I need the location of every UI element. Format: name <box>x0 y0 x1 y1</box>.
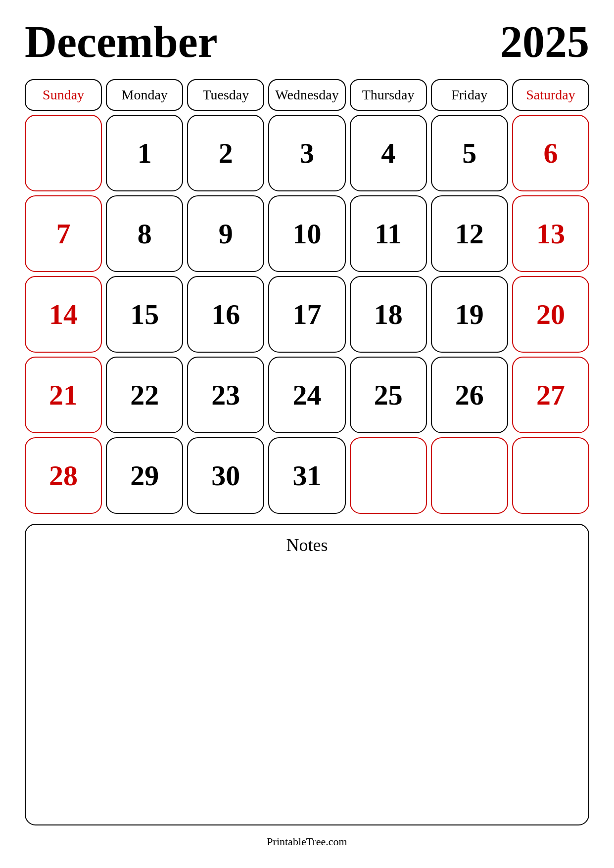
day-cell-24[interactable]: 24 <box>268 357 345 433</box>
day-cell-25[interactable]: 25 <box>350 357 427 433</box>
day-cell-26[interactable]: 26 <box>431 357 508 433</box>
day-cell-2[interactable]: 2 <box>187 115 264 191</box>
day-cell-14[interactable]: 14 <box>25 276 102 353</box>
year-title: 2025 <box>500 20 589 64</box>
calendar-grid: SundayMondayTuesdayWednesdayThursdayFrid… <box>25 79 589 514</box>
calendar-header: December 2025 <box>25 20 589 64</box>
day-cell-3[interactable]: 3 <box>268 115 345 191</box>
day-cell-6[interactable]: 6 <box>512 115 589 191</box>
day-cell-28[interactable]: 28 <box>25 437 102 514</box>
day-cell-7[interactable]: 7 <box>25 195 102 272</box>
day-cell-empty[interactable] <box>25 115 102 191</box>
day-cell-1[interactable]: 1 <box>106 115 183 191</box>
day-header-wednesday: Wednesday <box>268 79 345 111</box>
day-header-friday: Friday <box>431 79 508 111</box>
day-header-thursday: Thursday <box>350 79 427 111</box>
day-cell-23[interactable]: 23 <box>187 357 264 433</box>
day-cell-27[interactable]: 27 <box>512 357 589 433</box>
day-cell-9[interactable]: 9 <box>187 195 264 272</box>
day-cell-8[interactable]: 8 <box>106 195 183 272</box>
day-header-sunday: Sunday <box>25 79 102 111</box>
day-cell-16[interactable]: 16 <box>187 276 264 353</box>
day-cell-empty[interactable] <box>512 437 589 514</box>
day-cell-20[interactable]: 20 <box>512 276 589 353</box>
day-header-saturday: Saturday <box>512 79 589 111</box>
day-cell-empty[interactable] <box>431 437 508 514</box>
day-cell-12[interactable]: 12 <box>431 195 508 272</box>
day-cell-10[interactable]: 10 <box>268 195 345 272</box>
day-cell-15[interactable]: 15 <box>106 276 183 353</box>
day-cell-19[interactable]: 19 <box>431 276 508 353</box>
day-cell-5[interactable]: 5 <box>431 115 508 191</box>
day-cell-22[interactable]: 22 <box>106 357 183 433</box>
day-cell-30[interactable]: 30 <box>187 437 264 514</box>
day-cell-11[interactable]: 11 <box>350 195 427 272</box>
day-cell-17[interactable]: 17 <box>268 276 345 353</box>
day-cell-18[interactable]: 18 <box>350 276 427 353</box>
day-header-monday: Monday <box>106 79 183 111</box>
day-cell-empty[interactable] <box>350 437 427 514</box>
day-cell-21[interactable]: 21 <box>25 357 102 433</box>
month-title: December <box>25 20 218 64</box>
notes-title: Notes <box>36 535 578 555</box>
day-cell-31[interactable]: 31 <box>268 437 345 514</box>
day-cell-13[interactable]: 13 <box>512 195 589 272</box>
day-cell-4[interactable]: 4 <box>350 115 427 191</box>
day-header-tuesday: Tuesday <box>187 79 264 111</box>
footer: PrintableTree.com <box>25 835 589 853</box>
day-cell-29[interactable]: 29 <box>106 437 183 514</box>
notes-section[interactable]: Notes <box>25 524 589 825</box>
footer-text: PrintableTree.com <box>267 835 347 848</box>
